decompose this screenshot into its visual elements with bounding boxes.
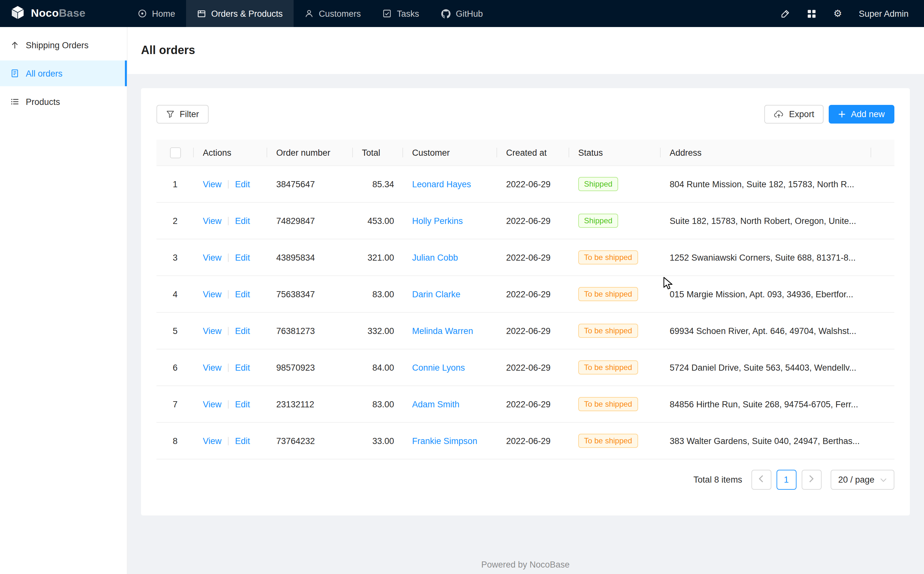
pagination-total: Total 8 items (693, 475, 742, 484)
customer-link[interactable]: Darin Clarke (412, 289, 460, 299)
table-row: 2 ViewEdit 74829847 453.00 Holly Perkins… (156, 202, 894, 239)
row-index-cell: 3 (156, 239, 194, 276)
edit-link[interactable]: Edit (235, 363, 250, 372)
nav-item-github[interactable]: GitHub (430, 0, 494, 27)
arrow-up-icon (10, 41, 19, 50)
action-divider (228, 401, 229, 409)
status-cell: Shipped (569, 166, 661, 202)
user-name[interactable]: Super Admin (859, 9, 908, 18)
status-cell: To be shipped (569, 312, 661, 349)
customer-link[interactable]: Holly Perkins (412, 216, 463, 226)
customer-link[interactable]: Melinda Warren (412, 326, 473, 336)
view-link[interactable]: View (203, 436, 221, 446)
customer-link[interactable]: Adam Smith (412, 399, 460, 409)
address-cell: 5724 Daniel Drive, Suite 563, 54403, Wen… (661, 349, 871, 386)
edit-link[interactable]: Edit (235, 436, 250, 446)
created-at-cell: 2022-06-29 (497, 423, 569, 459)
order-number-cell: 76381273 (267, 312, 353, 349)
spacer-cell (871, 386, 894, 423)
status-badge: Shipped (578, 214, 618, 228)
total-cell: 33.00 (353, 423, 403, 459)
created-at-cell: 2022-06-29 (497, 312, 569, 349)
view-link[interactable]: View (203, 179, 221, 189)
view-link[interactable]: View (203, 326, 221, 336)
filter-button[interactable]: Filter (156, 105, 208, 123)
nav-item-customers[interactable]: Customers (294, 0, 372, 27)
nav-item-orders-products[interactable]: Orders & Products (186, 0, 294, 27)
edit-link[interactable]: Edit (235, 326, 250, 336)
customer-link[interactable]: Leonard Hayes (412, 179, 471, 189)
edit-link[interactable]: Edit (235, 216, 250, 226)
edit-link[interactable]: Edit (235, 289, 250, 299)
gear-icon[interactable]: ⚙ (834, 9, 842, 18)
page-size-value: 20 / page (838, 475, 874, 484)
page-1-button[interactable]: 1 (776, 470, 796, 490)
edit-link[interactable]: Edit (235, 399, 250, 409)
nav-item-label: GitHub (456, 9, 483, 18)
sidebar-item-shipping-orders[interactable]: Shipping Orders (0, 32, 127, 58)
total-cell: 83.00 (353, 276, 403, 312)
total-cell: 84.00 (353, 349, 403, 386)
next-page-button[interactable] (801, 470, 821, 490)
order-number-cell: 43895834 (267, 239, 353, 276)
action-divider (228, 290, 229, 299)
address-cell: 1252 Swaniawski Corners, Suite 688, 8137… (661, 239, 871, 276)
filter-label: Filter (180, 109, 199, 119)
edit-link[interactable]: Edit (235, 179, 250, 189)
status-cell: To be shipped (569, 386, 661, 423)
created-at-cell: 2022-06-29 (497, 166, 569, 202)
table-row: 5 ViewEdit 76381273 332.00 Melinda Warre… (156, 312, 894, 349)
nav-right: ⚙ Super Admin (781, 0, 924, 27)
customers-icon (305, 9, 314, 18)
customer-cell: Melinda Warren (403, 312, 497, 349)
customer-link[interactable]: Connie Lyons (412, 363, 465, 372)
select-all-checkbox[interactable] (170, 147, 181, 158)
page-title: All orders (141, 44, 195, 57)
address-cell: 015 Margie Mission, Apt. 093, 34936, Ebe… (661, 276, 871, 312)
add-new-button[interactable]: Add new (829, 105, 894, 123)
total-cell: 83.00 (353, 386, 403, 423)
top-nav: NocoBase Home Orders & Products Customer… (0, 0, 924, 27)
sidebar-item-products[interactable]: Products (0, 89, 127, 115)
view-link[interactable]: View (203, 216, 221, 226)
customer-link[interactable]: Julian Cobb (412, 252, 458, 262)
nav-item-home[interactable]: Home (127, 0, 186, 27)
row-index-cell: 7 (156, 386, 194, 423)
actions-cell: ViewEdit (194, 202, 267, 239)
created-at-cell: 2022-06-29 (497, 239, 569, 276)
address-cell: Suite 182, 15783, North Robert, Oregon, … (661, 202, 871, 239)
nocobase-logo-icon (9, 5, 26, 22)
action-divider (228, 327, 229, 336)
customer-cell: Julian Cobb (403, 239, 497, 276)
pen-icon[interactable] (781, 9, 790, 18)
grid-icon[interactable] (807, 9, 817, 18)
view-link[interactable]: View (203, 363, 221, 372)
nav-item-label: Customers (319, 9, 361, 18)
address-cell: 383 Walter Gardens, Suite 040, 24947, Be… (661, 423, 871, 459)
page-size-select[interactable]: 20 / page (830, 470, 894, 490)
orders-icon (197, 9, 206, 18)
row-index-cell: 2 (156, 202, 194, 239)
prev-page-button[interactable] (751, 470, 771, 490)
sidebar-item-label: Products (26, 97, 60, 107)
brand[interactable]: NocoBase (0, 0, 127, 27)
edit-link[interactable]: Edit (235, 252, 250, 262)
toolbar-right: Export Add new (764, 105, 894, 123)
view-link[interactable]: View (203, 399, 221, 409)
address-cell: 804 Runte Mission, Suite 182, 15783, Nor… (661, 166, 871, 202)
table-row: 7 ViewEdit 23132112 83.00 Adam Smith 202… (156, 386, 894, 423)
customer-cell: Leonard Hayes (403, 166, 497, 202)
export-button[interactable]: Export (764, 105, 824, 123)
action-divider (228, 254, 229, 262)
view-link[interactable]: View (203, 289, 221, 299)
sidebar: Shipping Orders All orders Products (0, 27, 128, 574)
actions-cell: ViewEdit (194, 276, 267, 312)
order-number-cell: 98570923 (267, 349, 353, 386)
sidebar-item-all-orders[interactable]: All orders (0, 60, 127, 86)
col-header-status: Status (569, 140, 661, 166)
view-link[interactable]: View (203, 252, 221, 262)
plus-icon (839, 111, 846, 118)
nav-item-tasks[interactable]: Tasks (372, 0, 430, 27)
customer-link[interactable]: Frankie Simpson (412, 436, 477, 446)
orders-card: Filter Export Add (141, 88, 910, 516)
